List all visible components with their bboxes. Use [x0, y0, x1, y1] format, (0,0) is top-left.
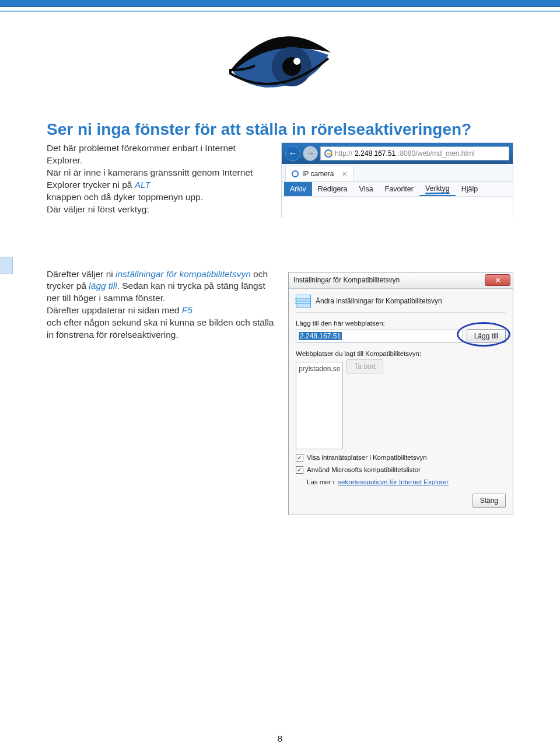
ie-tab-row: IP camera ×	[282, 164, 513, 181]
ie-nav-toolbar: ← → http:// 2.248.167.51 :8080/web/md_me…	[282, 143, 513, 164]
page-header-band	[0, 0, 560, 7]
arrow-right-icon: →	[306, 148, 315, 159]
address-bar[interactable]: http:// 2.248.167.51 :8080/web/md_men.ht…	[320, 146, 509, 160]
sites-listbox[interactable]: prylstaden.se	[296, 362, 343, 449]
url-scheme: http://	[335, 149, 352, 158]
compat-dialog: Inställningar för Kompatibilitetsvyn ✕ Ä…	[288, 272, 513, 515]
ie-icon	[292, 170, 299, 177]
side-tab-accent	[0, 257, 13, 274]
menu-favoriter[interactable]: Favoriter	[379, 182, 419, 196]
page-header-line2	[0, 11, 560, 12]
dialog-titlebar: Inställningar för Kompatibilitetsvyn ✕	[289, 272, 513, 289]
menu-verktyg[interactable]: Verktyg	[419, 182, 456, 196]
menu-hjalp[interactable]: Hjälp	[456, 182, 484, 196]
ie-icon	[324, 149, 332, 158]
checkbox-intranet[interactable]: ✓	[296, 454, 303, 462]
ie-page-body	[282, 197, 513, 219]
page-title: Ser ni inga fönster för att ställa in rö…	[47, 120, 513, 139]
add-site-input[interactable]: 2.248.167.51	[296, 330, 463, 342]
close-icon: ✕	[495, 276, 501, 285]
add-site-label: Lägg till den här webbplatsen:	[296, 320, 506, 327]
dialog-title: Inställningar för Kompatibilitetsvyn	[293, 276, 400, 284]
close-button[interactable]: ✕	[485, 274, 510, 286]
privacy-link[interactable]: sekretesspolicyn för Internet Explorer	[338, 478, 449, 485]
dialog-header: Ändra inställningar för Kompatibilitetsv…	[296, 295, 506, 313]
svg-point-2	[293, 58, 300, 65]
ie-screenshot: ← → http:// 2.248.167.51 :8080/web/md_me…	[281, 142, 513, 218]
list-item[interactable]: prylstaden.se	[299, 365, 340, 373]
browser-tab[interactable]: IP camera ×	[285, 166, 354, 181]
close-dialog-button[interactable]: Stäng	[473, 494, 506, 508]
alt-key-text: ALT	[135, 180, 150, 190]
compat-view-icon	[296, 295, 311, 307]
page-number: 8	[0, 733, 560, 743]
close-icon[interactable]: ×	[342, 169, 346, 179]
checkbox-ms-lists-label: Använd Microsofts kompatibilitetslistor	[307, 466, 421, 473]
remove-button[interactable]: Ta bort	[346, 359, 383, 373]
ie-menu-bar: Arkiv Redigera Visa Favoriter Verktyg Hj…	[282, 181, 513, 197]
menu-visa[interactable]: Visa	[354, 182, 379, 196]
add-link-text: lägg till	[89, 281, 117, 291]
eye-logo-icon	[225, 25, 335, 95]
menu-arkiv[interactable]: Arkiv	[284, 182, 312, 196]
back-button[interactable]: ←	[285, 146, 300, 161]
checkbox-intranet-label: Visa intranätsplatser i Kompatibilitetsv…	[307, 454, 427, 461]
url-host: 2.248.167.51	[355, 149, 396, 158]
logo	[0, 25, 560, 97]
add-button[interactable]: Lägg till	[467, 329, 506, 343]
compat-settings-link-text: inställningar för kompatibilitetsvyn	[116, 269, 251, 279]
f5-key-text: F5	[182, 305, 192, 315]
checkbox-ms-lists[interactable]: ✓	[296, 466, 303, 474]
dialog-subtitle: Ändra inställningar för Kompatibilitetsv…	[316, 297, 442, 305]
tab-title: IP camera	[302, 170, 334, 178]
arrow-left-icon: ←	[288, 148, 298, 159]
add-site-value: 2.248.167.51	[299, 332, 342, 340]
url-path: :8080/web/md_men.html	[398, 149, 474, 158]
menu-redigera[interactable]: Redigera	[312, 182, 354, 196]
more-info-prefix: Läs mer i	[307, 478, 334, 485]
forward-button[interactable]: →	[303, 146, 318, 161]
sites-list-label: Webbplatser du lagt till Kompatibilitets…	[296, 350, 506, 357]
